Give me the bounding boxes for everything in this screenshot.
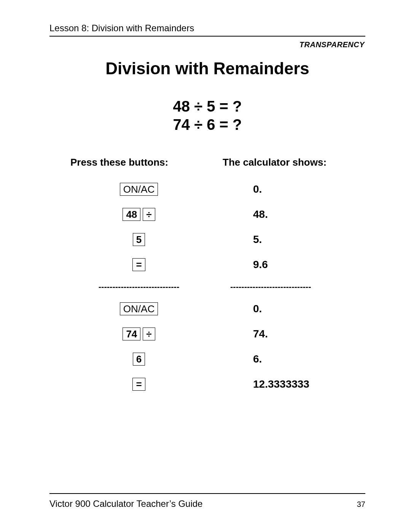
shows-value: 0. [253,303,262,315]
keycap-48: 48 [123,208,140,221]
press-row: 6 [70,347,207,372]
shows-row: 12.3333333 [207,372,344,397]
keycap-on-ac: ON/AC [120,302,158,316]
press-row: ON/AC [70,296,207,321]
press-row: 5 [70,227,207,252]
keycap-equals: = [132,258,145,272]
separator-right: ----------------------------- [207,277,344,296]
shows-row: 9.6 [207,252,344,277]
press-row: 48 ÷ [70,202,207,227]
problem-2: 74 ÷ 6 = ? [49,115,365,134]
shows-value: 74. [253,328,268,340]
keycap-divide: ÷ [143,208,155,221]
keycap-6: 6 [133,353,145,366]
calculator-shows-header: The calculator shows: [207,157,344,168]
shows-value: 6. [253,353,262,365]
shows-row: 0. [207,177,344,202]
problem-1: 48 ÷ 5 = ? [49,97,365,115]
transparency-label: TRANSPARENCY [49,40,365,49]
footer-title: Victor 900 Calculator Teacher’s Guide [49,498,202,509]
shows-row: 0. [207,296,344,321]
shows-row: 6. [207,347,344,372]
shows-row: 74. [207,321,344,347]
shows-value: 0. [253,183,262,195]
keycap-equals: = [132,378,145,391]
keycap-divide: ÷ [143,328,155,341]
page-footer: Victor 900 Calculator Teacher’s Guide 37 [49,493,365,509]
press-row: = [70,372,207,397]
separator-left: ----------------------------- [70,277,207,296]
press-row: = [70,252,207,277]
shows-value: 48. [253,208,268,220]
lesson-header: Lesson 8: Division with Remainders [49,23,365,37]
shows-value: 5. [253,233,262,246]
press-buttons-header: Press these buttons: [70,157,207,168]
problems-block: 48 ÷ 5 = ? 74 ÷ 6 = ? [49,97,365,134]
shows-value: 9.6 [253,259,268,271]
press-row: ON/AC [70,177,207,202]
page-title: Division with Remainders [49,59,365,78]
shows-value: 12.3333333 [253,378,309,390]
shows-row: 5. [207,227,344,252]
keycap-5: 5 [133,233,145,246]
footer-page-number: 37 [357,500,365,509]
keycap-74: 74 [123,328,140,341]
press-row: 74 ÷ [70,321,207,347]
keycap-on-ac: ON/AC [120,183,158,196]
shows-row: 48. [207,202,344,227]
